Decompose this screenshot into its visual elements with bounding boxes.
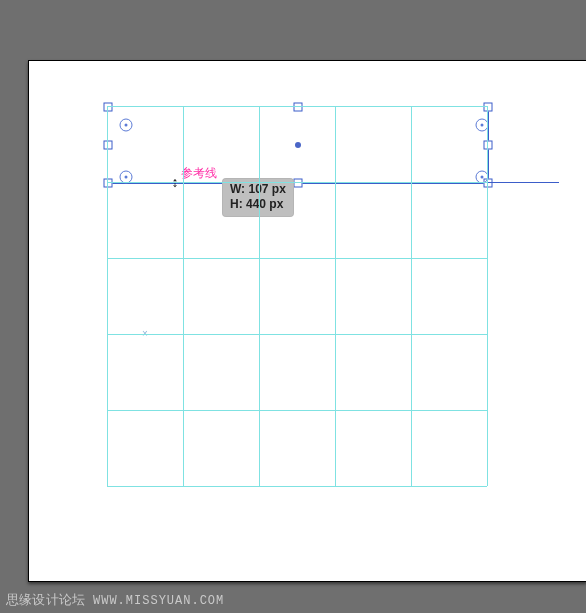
tooltip-width-value: 107 px	[248, 182, 285, 196]
grid-line-vertical	[107, 106, 108, 486]
watermark-url: WWW.MISSYUAN.COM	[93, 594, 224, 608]
grid-line-vertical	[183, 106, 184, 486]
grid-line-vertical	[259, 106, 260, 486]
guide-label: 参考线	[181, 165, 217, 182]
resize-handle-top-left[interactable]	[104, 103, 113, 112]
dimensions-tooltip: W: 107 px H: 440 px	[222, 178, 294, 217]
app-viewport: ↕ 参考线 × W: 107 px H: 440 px 思缘设计论坛 WWW.M…	[0, 0, 586, 613]
resize-handle-bottom-left[interactable]	[104, 179, 113, 188]
grid-line-horizontal	[107, 182, 487, 183]
grid-line-vertical	[411, 106, 412, 486]
tooltip-height-value: 440 px	[246, 197, 283, 211]
tooltip-height-label: H:	[230, 197, 243, 211]
resize-handle-bottom[interactable]	[294, 179, 303, 188]
selection-center-point[interactable]	[295, 142, 301, 148]
grid-line-horizontal	[107, 258, 487, 259]
resize-handle-top-right[interactable]	[484, 103, 493, 112]
grid-line-vertical	[487, 106, 488, 486]
grid-line-horizontal	[107, 334, 487, 335]
grid-line-horizontal	[107, 106, 487, 107]
selection-rect[interactable]	[107, 106, 489, 184]
resize-handle-top[interactable]	[294, 103, 303, 112]
resize-handle-left[interactable]	[104, 141, 113, 150]
watermark-text: 思缘设计论坛	[6, 592, 85, 607]
resize-handle-right[interactable]	[484, 141, 493, 150]
rotate-handle-top-left[interactable]	[120, 119, 133, 132]
tooltip-width-label: W:	[230, 182, 245, 196]
grid-line-vertical	[335, 106, 336, 486]
grid-line-horizontal	[107, 486, 487, 487]
watermark: 思缘设计论坛 WWW.MISSYUAN.COM	[6, 591, 224, 609]
grid-line-horizontal	[107, 410, 487, 411]
